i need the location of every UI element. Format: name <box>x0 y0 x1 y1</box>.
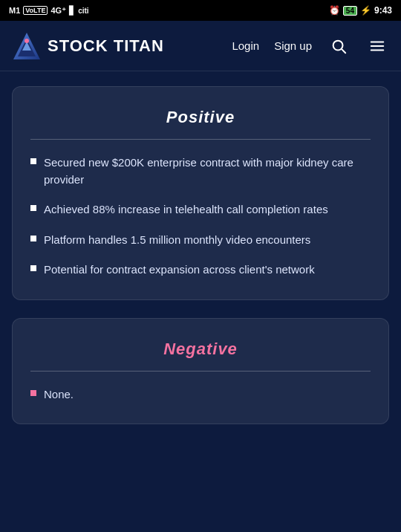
list-item: Potential for contract expansion across … <box>30 262 371 279</box>
negative-title: Negative <box>30 340 371 359</box>
bullet-text: Achieved 88% increase in telehealth call… <box>44 201 328 218</box>
hamburger-icon <box>369 38 385 54</box>
bullet-text: Potential for contract expansion across … <box>44 262 315 279</box>
bullet-text: Secured new $200K enterprise contract wi… <box>44 155 371 188</box>
positive-card: Positive Secured new $200K enterprise co… <box>12 86 389 300</box>
positive-title: Positive <box>30 108 371 127</box>
list-item: None. <box>30 386 371 403</box>
bullet-text: Platform handles 1.5 million monthly vid… <box>44 232 310 249</box>
svg-point-2 <box>25 39 29 43</box>
logo-container: STOCK TITAN <box>12 31 223 61</box>
negative-card: Negative None. <box>12 318 389 425</box>
signal-icon: ▋ <box>69 6 75 16</box>
positive-divider <box>30 139 371 140</box>
volte-badge: VoLTE <box>23 6 48 15</box>
status-right: ⏰ 54 ⚡ 9:43 <box>329 5 392 16</box>
nav-links: Login Sign up <box>232 34 389 58</box>
navbar: STOCK TITAN Login Sign up <box>0 21 401 71</box>
bullet-icon <box>30 236 36 241</box>
bullet-icon <box>30 205 36 211</box>
list-item: Platform handles 1.5 million monthly vid… <box>30 232 371 249</box>
menu-button[interactable] <box>365 34 389 58</box>
alarm-icon: ⏰ <box>329 5 340 16</box>
bullet-icon <box>30 390 36 396</box>
svg-line-4 <box>342 49 345 53</box>
bank-label: citi <box>78 7 88 15</box>
status-bar: M1 VoLTE 4G⁺ ▋ citi ⏰ 54 ⚡ 9:43 <box>0 0 401 21</box>
logo-text: STOCK TITAN <box>48 36 164 56</box>
negative-divider <box>30 371 371 372</box>
search-button[interactable] <box>327 34 351 58</box>
clock-time: 9:43 <box>374 5 392 16</box>
carrier-label: M1 <box>9 6 20 15</box>
bullet-icon <box>30 265 36 271</box>
network-label: 4G⁺ <box>50 6 66 16</box>
bolt-icon: ⚡ <box>360 5 371 16</box>
list-item: Secured new $200K enterprise contract wi… <box>30 155 371 188</box>
signup-link[interactable]: Sign up <box>274 39 312 52</box>
logo-icon <box>12 31 42 61</box>
battery-level: 54 <box>343 6 357 16</box>
list-item: Achieved 88% increase in telehealth call… <box>30 201 371 218</box>
status-left: M1 VoLTE 4G⁺ ▋ citi <box>9 6 89 16</box>
login-link[interactable]: Login <box>232 39 259 52</box>
search-icon <box>330 38 347 54</box>
positive-bullet-list: Secured new $200K enterprise contract wi… <box>30 155 371 279</box>
main-content: Positive Secured new $200K enterprise co… <box>0 71 401 439</box>
negative-bullet-list: None. <box>30 386 371 403</box>
bullet-icon <box>30 158 36 164</box>
bullet-text: None. <box>44 386 74 403</box>
